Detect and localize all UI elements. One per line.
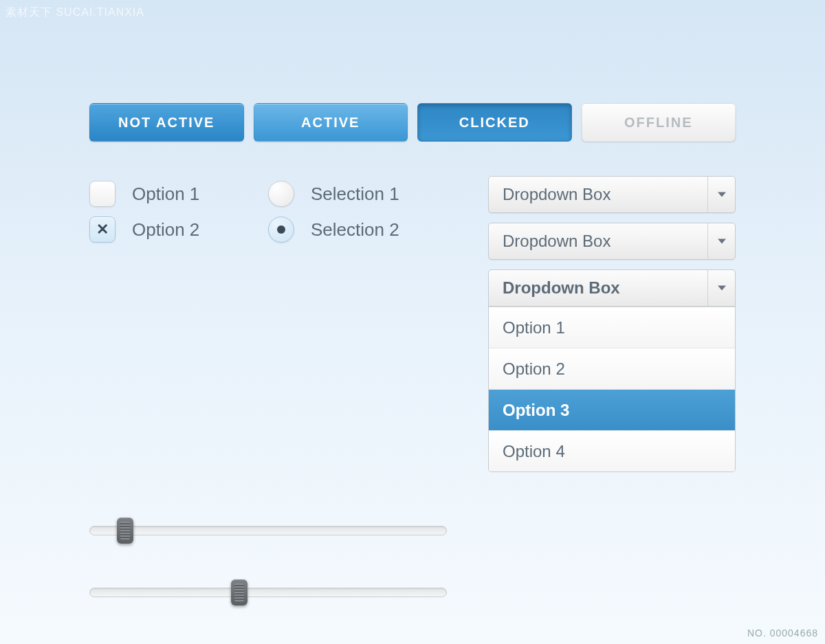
dropdown-open[interactable]: Dropdown Box xyxy=(488,269,736,307)
sliders-group xyxy=(89,513,447,610)
radio-dot-icon xyxy=(277,225,285,234)
dropdown-label: Dropdown Box xyxy=(489,232,707,251)
button-label: NOT ACTIVE xyxy=(118,115,214,131)
radio-row: Selection 2 xyxy=(268,212,461,247)
button-label: CLICKED xyxy=(459,115,530,131)
watermark-top-left: 素材天下 SUCAI.TIANXIA xyxy=(6,5,144,20)
slider-handle[interactable] xyxy=(231,579,248,606)
dropdown-option[interactable]: Option 2 xyxy=(489,348,735,389)
watermark-bottom-right: NO. 00004668 xyxy=(747,628,818,639)
dropdown-option[interactable]: Option 1 xyxy=(489,307,735,348)
radio-label: Selection 2 xyxy=(311,219,399,241)
dropdown-option[interactable]: Option 4 xyxy=(489,430,735,471)
dropdown-closed[interactable]: Dropdown Box xyxy=(488,223,736,260)
radio-unselected[interactable] xyxy=(268,181,294,207)
chevron-down-icon xyxy=(718,237,726,245)
dropdown-list: Option 1 Option 2 Option 3 Option 4 xyxy=(488,307,736,472)
checkbox-label: Option 2 xyxy=(132,219,199,241)
checkbox-unchecked[interactable] xyxy=(89,181,116,207)
button-row: NOT ACTIVE ACTIVE CLICKED OFFLINE xyxy=(89,103,736,142)
checkbox-column: Option 1 ✕ Option 2 xyxy=(89,176,241,472)
dropdown-column: Dropdown Box Dropdown Box Dropdown Box O… xyxy=(488,176,736,472)
dropdown-arrow xyxy=(707,223,735,259)
slider-handle[interactable] xyxy=(117,518,133,544)
checkbox-label: Option 1 xyxy=(132,184,199,205)
button-label: OFFLINE xyxy=(624,115,693,131)
x-mark-icon: ✕ xyxy=(96,221,109,238)
clicked-button[interactable]: CLICKED xyxy=(417,103,572,142)
offline-button: OFFLINE xyxy=(582,103,736,142)
slider[interactable] xyxy=(89,575,447,610)
dropdown-option-selected[interactable]: Option 3 xyxy=(489,389,735,430)
slider[interactable] xyxy=(89,513,447,548)
checkbox-checked[interactable]: ✕ xyxy=(89,216,116,243)
not-active-button[interactable]: NOT ACTIVE xyxy=(89,103,244,142)
radio-column: Selection 1 Selection 2 xyxy=(268,176,461,472)
dropdown-arrow xyxy=(707,270,735,306)
active-button[interactable]: ACTIVE xyxy=(254,103,408,142)
controls-row: Option 1 ✕ Option 2 Selection 1 Selectio… xyxy=(89,176,736,472)
button-label: ACTIVE xyxy=(301,115,360,131)
chevron-down-icon xyxy=(718,190,726,199)
dropdown-arrow xyxy=(707,177,735,212)
slider-track xyxy=(89,526,447,535)
radio-label: Selection 1 xyxy=(311,184,399,205)
dropdown-closed[interactable]: Dropdown Box xyxy=(488,176,736,213)
ui-kit-canvas: NOT ACTIVE ACTIVE CLICKED OFFLINE Option… xyxy=(89,103,736,637)
radio-row: Selection 1 xyxy=(268,176,461,212)
checkbox-row: ✕ Option 2 xyxy=(89,212,241,247)
chevron-down-icon xyxy=(718,284,726,292)
dropdown-label: Dropdown Box xyxy=(489,278,707,298)
dropdown-label: Dropdown Box xyxy=(489,185,707,204)
slider-track xyxy=(89,588,447,597)
checkbox-row: Option 1 xyxy=(89,176,241,212)
radio-selected[interactable] xyxy=(268,216,294,243)
